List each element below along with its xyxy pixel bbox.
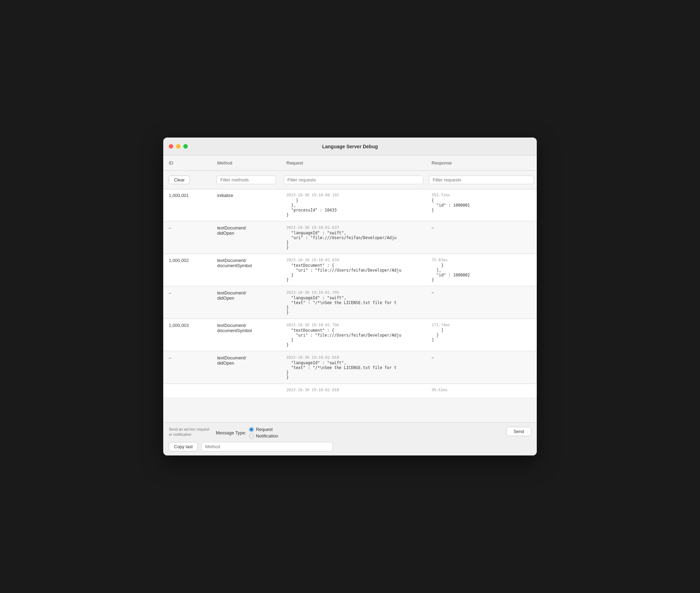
filter-method-cell: [212, 176, 281, 184]
cell-id: –: [163, 352, 212, 383]
copy-last-button[interactable]: Copy last: [169, 442, 198, 451]
response-body: –: [432, 225, 531, 230]
cell-id: 1,000,001: [163, 189, 212, 221]
radio-request-circle: [249, 427, 254, 432]
clear-button[interactable]: Clear: [169, 176, 190, 184]
cell-request: 2023-10-30 19:18:00.192 } }, "processId"…: [281, 189, 426, 221]
cell-id: [163, 384, 212, 398]
radio-request-label: Request: [256, 427, 273, 432]
cell-request: 2023-10-30 19:18:01.637 "languageId" : "…: [281, 222, 426, 253]
cell-request: 2023-10-30 19:18:02.018: [281, 384, 426, 398]
col-header-request: Request: [281, 159, 426, 167]
cell-request: 2023-10-30 19:18:01.795 "languageId" : "…: [281, 287, 426, 318]
main-content: ID Method Request Response Clear 1,0: [163, 156, 537, 455]
maximize-button[interactable]: [183, 144, 188, 149]
response-body: } ], "id" : 1000002 }: [432, 263, 531, 282]
bottom-controls: Copy last: [169, 442, 531, 451]
request-body: "languageId" : "swift", "text" : "/*\nSe…: [286, 360, 421, 380]
cell-response: 75.83ms } ], "id" : 1000002 }: [426, 254, 537, 286]
cell-response: –: [426, 287, 537, 318]
table-row: – textDocument/ didOpen 2023-10-30 19:18…: [163, 222, 537, 254]
message-type-label: Message Type:: [216, 430, 246, 435]
bottom-bar: Send an ad-hoc request or notification M…: [163, 422, 537, 455]
request-body: "languageId" : "swift", "text" : "/*\nSe…: [286, 295, 421, 315]
table-row: – textDocument/ didOpen 2023-10-30 19:18…: [163, 352, 537, 384]
table-row: 1,000,003 textDocument/ documentSymbol 2…: [163, 319, 537, 351]
filter-row: Clear: [163, 171, 537, 189]
radio-group: Request Notification: [249, 427, 278, 439]
window-title: Language Server Debug: [322, 144, 378, 149]
table-body: 1,000,001 initialize 2023-10-30 19:18:00…: [163, 189, 537, 422]
method-input[interactable]: [201, 442, 333, 451]
cell-id: 1,000,002: [163, 254, 212, 286]
main-window: Language Server Debug ID Method Request …: [163, 138, 537, 455]
clear-cell: Clear: [163, 174, 212, 186]
filter-request-cell: [281, 176, 426, 184]
cell-id: –: [163, 287, 212, 318]
request-timestamp: 2023-10-30 19:18:01.795: [286, 290, 421, 295]
response-timing: 75.83ms: [432, 258, 531, 262]
radio-request-inner: [250, 428, 253, 431]
request-timestamp: 2023-10-30 19:18:00.192: [286, 193, 421, 197]
table-row: 2023-10-30 19:18:02.018 99.62ms: [163, 384, 537, 398]
cell-method: initialize: [212, 189, 281, 221]
radio-notification-label: Notification: [256, 433, 278, 439]
table-header: ID Method Request Response: [163, 156, 537, 171]
request-timestamp: 2023-10-30 19:18:01.637: [286, 225, 421, 230]
response-body: –: [432, 290, 531, 295]
filter-response-cell: [426, 176, 537, 184]
col-header-method: Method: [212, 159, 281, 167]
table-row: – textDocument/ didOpen 2023-10-30 19:18…: [163, 287, 537, 319]
radio-notification-circle: [249, 434, 254, 439]
cell-method: textDocument/ didOpen: [212, 352, 281, 383]
traffic-lights: [169, 144, 188, 149]
cell-request: 2023-10-30 19:18:02.018 "languageId" : "…: [281, 352, 426, 383]
cell-response: 171.74ms ] } ]: [426, 319, 537, 351]
radio-request[interactable]: Request: [249, 427, 278, 432]
response-body: ] } ]: [432, 328, 531, 342]
col-header-response: Response: [426, 159, 537, 167]
request-body: "textDocument" : { "uri" : "file:///User…: [286, 263, 421, 282]
radio-notification[interactable]: Notification: [249, 433, 278, 439]
message-type-row: Message Type: Request Notification: [216, 427, 278, 439]
cell-method: textDocument/ documentSymbol: [212, 254, 281, 286]
filter-response-input[interactable]: [429, 176, 534, 184]
minimize-button[interactable]: [176, 144, 181, 149]
send-button[interactable]: Send: [506, 427, 531, 436]
col-header-id: ID: [163, 159, 212, 167]
titlebar: Language Server Debug: [163, 138, 537, 156]
cell-id: –: [163, 222, 212, 253]
cell-id: 1,000,003: [163, 319, 212, 351]
filter-request-input[interactable]: [284, 176, 423, 184]
request-timestamp: 2023-10-30 19:18:01.639: [286, 258, 421, 262]
cell-response: 99.62ms: [426, 384, 537, 398]
cell-method: textDocument/ documentSymbol: [212, 319, 281, 351]
cell-method: textDocument/ didOpen: [212, 287, 281, 318]
response-timing: 171.74ms: [432, 323, 531, 327]
response-body: –: [432, 355, 531, 360]
bottom-hint: Send an ad-hoc request or notification: [169, 427, 210, 437]
cell-request: 2023-10-30 19:18:01.796 "textDocument" :…: [281, 319, 426, 351]
response-body: { "id" : 1000001 }: [432, 198, 531, 213]
filter-method-input[interactable]: [217, 176, 276, 184]
cell-response: 593.71ms { "id" : 1000001 }: [426, 189, 537, 221]
cell-request: 2023-10-30 19:18:01.639 "textDocument" :…: [281, 254, 426, 286]
request-timestamp: 2023-10-30 19:18:02.018: [286, 355, 421, 360]
close-button[interactable]: [169, 144, 173, 149]
request-timestamp: 2023-10-30 19:18:02.018: [286, 388, 421, 392]
request-body: "textDocument" : { "uri" : "file:///User…: [286, 328, 421, 347]
request-body: "languageId" : "swift", "uri" : "file://…: [286, 230, 421, 250]
table-row: 1,000,002 textDocument/ documentSymbol 2…: [163, 254, 537, 286]
request-body: } }, "processId" : 10433 }: [286, 198, 421, 217]
cell-method: [212, 384, 281, 398]
table-row: 1,000,001 initialize 2023-10-30 19:18:00…: [163, 189, 537, 221]
request-timestamp: 2023-10-30 19:18:01.796: [286, 323, 421, 327]
bottom-bar-top: Send an ad-hoc request or notification M…: [169, 427, 531, 439]
cell-response: –: [426, 222, 537, 253]
response-timing: 593.71ms: [432, 193, 531, 197]
response-timing: 99.62ms: [432, 388, 531, 392]
cell-method: textDocument/ didOpen: [212, 222, 281, 253]
cell-response: –: [426, 352, 537, 383]
